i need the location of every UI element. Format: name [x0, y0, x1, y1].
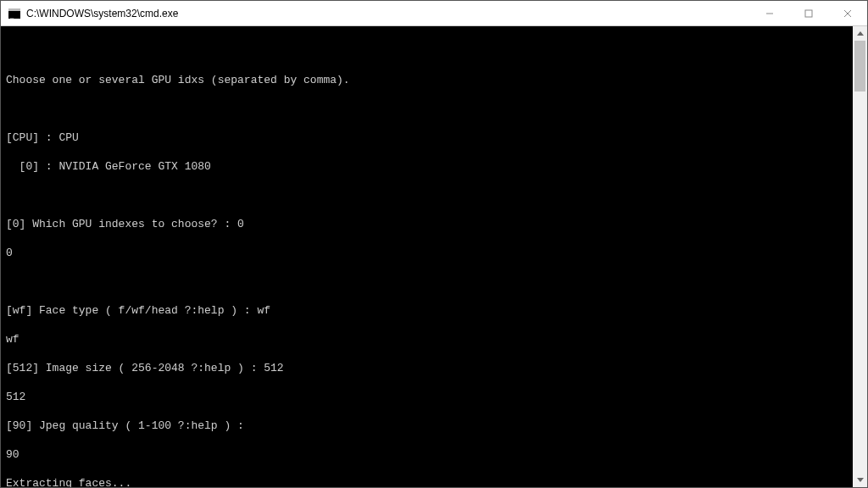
scroll-down-button[interactable] — [853, 473, 867, 487]
console-line: 512 — [6, 390, 848, 404]
console-line: [0] Which GPU indexes to choose? : 0 — [6, 217, 848, 231]
minimize-button[interactable] — [750, 1, 789, 25]
vertical-scrollbar[interactable] — [853, 26, 867, 487]
scroll-thumb[interactable] — [854, 41, 865, 92]
client-area: Choose one or several GPU idxs (separate… — [1, 26, 867, 487]
close-button[interactable] — [828, 1, 867, 25]
svg-rect-4 — [805, 10, 812, 17]
maximize-button[interactable] — [789, 1, 828, 25]
svg-rect-1 — [8, 8, 20, 11]
scroll-up-button[interactable] — [853, 26, 867, 41]
console-line: 0 — [6, 246, 848, 260]
cmd-icon: _ — [8, 7, 21, 20]
console-output[interactable]: Choose one or several GPU idxs (separate… — [1, 26, 853, 487]
window-controls — [750, 1, 867, 25]
console-line: [90] Jpeg quality ( 1-100 ?:help ) : — [6, 419, 848, 433]
cmd-window: _ C:\WINDOWS\system32\cmd.exe Choose one… — [0, 0, 868, 488]
console-line: Choose one or several GPU idxs (separate… — [6, 73, 848, 87]
console-line: 90 — [6, 447, 848, 462]
console-line: [512] Image size ( 256-2048 ?:help ) : 5… — [6, 361, 848, 375]
console-line: [0] : NVIDIA GeForce GTX 1080 — [6, 159, 848, 174]
console-line: wf — [6, 332, 848, 347]
console-line: [wf] Face type ( f/wf/head ?:help ) : wf — [6, 303, 848, 318]
titlebar[interactable]: _ C:\WINDOWS\system32\cmd.exe — [1, 1, 867, 26]
console-line: [CPU] : CPU — [6, 130, 848, 145]
console-line: Extracting faces... — [6, 476, 848, 487]
window-title: C:\WINDOWS\system32\cmd.exe — [26, 8, 750, 19]
